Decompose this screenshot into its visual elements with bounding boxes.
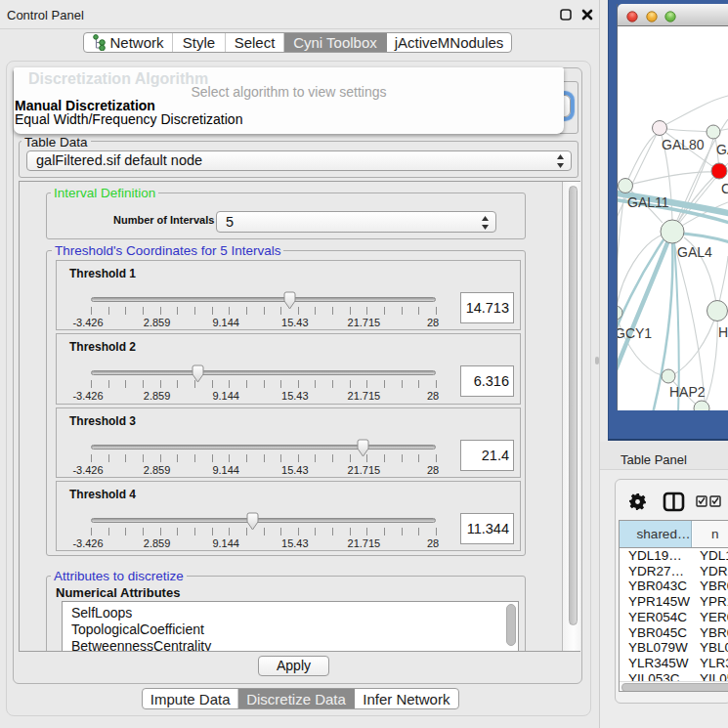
svg-text:GA: GA [716, 142, 728, 157]
svg-text:GAL11: GAL11 [627, 194, 669, 210]
svg-text:C: C [721, 181, 728, 196]
svg-text:HAP2: HAP2 [669, 384, 706, 400]
svg-text:H: H [718, 324, 728, 340]
svg-text:GAL80: GAL80 [662, 137, 705, 152]
svg-text:GCY1: GCY1 [618, 325, 652, 341]
svg-text:GAL4: GAL4 [677, 244, 712, 260]
